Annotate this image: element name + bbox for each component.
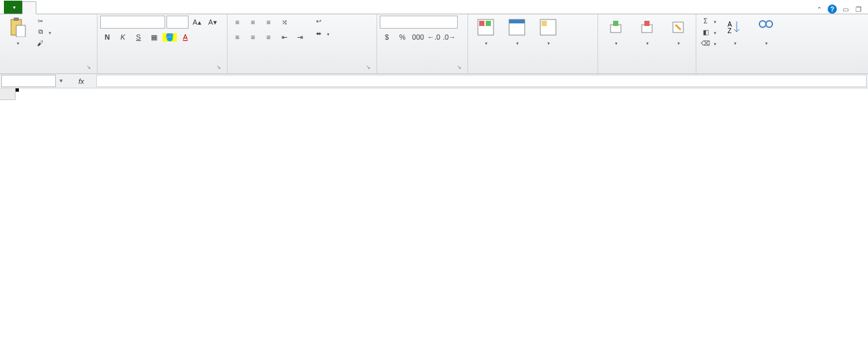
decrease-font-icon[interactable]: A▾	[205, 16, 220, 29]
indent-increase-icon[interactable]: ⇥	[293, 31, 307, 44]
paste-button[interactable]	[3, 16, 33, 47]
fill-button[interactable]: ◧	[699, 27, 718, 37]
percent-icon[interactable]: %	[395, 31, 410, 44]
font-dialog-launcher[interactable]: ↘	[217, 64, 224, 72]
conditional-format-button[interactable]	[471, 16, 501, 47]
align-dialog-launcher[interactable]: ↘	[366, 64, 374, 72]
orientation-icon[interactable]: ⤭	[277, 16, 291, 29]
svg-rect-5	[486, 21, 491, 26]
merge-icon: ⬌	[314, 29, 323, 38]
tab-home[interactable]	[22, 1, 36, 14]
tab-addins[interactable]	[114, 1, 127, 14]
clipboard-dialog-launcher[interactable]: ↘	[86, 64, 94, 72]
sort-filter-icon: AZ	[724, 17, 745, 38]
group-number: $ % 000 ←.0 .0→ ↘	[377, 14, 468, 73]
caret-up-icon[interactable]: ⌃	[815, 5, 824, 14]
thousands-icon[interactable]: 000	[411, 31, 425, 44]
conditional-format-icon	[475, 17, 496, 38]
minimize-icon[interactable]: ▭	[841, 5, 850, 14]
increase-decimal-icon[interactable]: ←.0	[427, 31, 441, 44]
underline-button[interactable]: S	[131, 31, 146, 44]
fx-button[interactable]: fx	[66, 74, 96, 88]
svg-rect-9	[542, 21, 547, 26]
active-cell-indicator	[16, 88, 18, 91]
delete-cells-button[interactable]	[632, 16, 662, 47]
group-alignment: ≡ ≡ ≡ ⤭ ≡ ≡ ≡ ⇤ ⇥ ↩ ⬌ ↘	[228, 14, 377, 73]
increase-font-icon[interactable]: A▴	[190, 16, 204, 29]
copy-label	[47, 29, 51, 36]
tab-formulas[interactable]	[62, 1, 75, 14]
bold-button[interactable]: N	[100, 31, 114, 44]
select-all-corner[interactable]	[0, 88, 16, 100]
font-name-select[interactable]	[100, 16, 165, 29]
sort-filter-button[interactable]: AZ	[720, 16, 750, 47]
font-color-button[interactable]: A	[178, 31, 192, 44]
formula-bar[interactable]	[96, 75, 867, 87]
tab-view[interactable]	[101, 1, 114, 14]
wrap-text-icon: ↩	[314, 16, 323, 25]
find-icon	[756, 17, 776, 38]
svg-rect-1	[14, 18, 19, 21]
border-button[interactable]: ▦	[147, 31, 161, 44]
alignment-label	[230, 64, 366, 72]
fill-color-button[interactable]: 🪣	[163, 31, 177, 44]
cut-button[interactable]: ✂	[34, 16, 53, 26]
svg-text:Z: Z	[728, 27, 731, 34]
number-format-select[interactable]	[380, 16, 458, 29]
format-painter-button[interactable]: 🖌	[34, 38, 53, 48]
indent-decrease-icon[interactable]: ⇤	[277, 31, 291, 44]
help-icon[interactable]: ?	[828, 5, 837, 14]
autosum-button[interactable]: Σ	[699, 16, 718, 26]
tab-data[interactable]	[75, 1, 88, 14]
insert-cells-icon	[605, 17, 626, 38]
name-box-dropdown[interactable]: ▼	[56, 74, 66, 88]
align-right-icon[interactable]: ≡	[261, 31, 276, 44]
cond-label	[484, 39, 488, 46]
merge-label	[326, 30, 330, 37]
format-painter-icon: 🖌	[36, 38, 45, 47]
table-label	[515, 39, 519, 46]
insert-cells-button[interactable]	[601, 16, 631, 47]
clear-label	[713, 40, 717, 47]
insert-label	[614, 39, 618, 46]
group-font: A▴ A▾ N K S ▦ 🪣 A ↘	[98, 14, 228, 73]
align-left-icon[interactable]: ≡	[230, 31, 244, 44]
align-middle-icon[interactable]: ≡	[246, 16, 260, 29]
decrease-decimal-icon[interactable]: .0→	[442, 31, 456, 44]
cell-styles-button[interactable]	[533, 16, 563, 47]
tab-insert[interactable]	[36, 1, 49, 14]
find-select-button[interactable]	[751, 16, 781, 47]
copy-button[interactable]: ⧉	[34, 27, 53, 37]
file-tab[interactable]	[4, 1, 22, 14]
tab-review[interactable]	[88, 1, 101, 14]
align-center-icon[interactable]: ≡	[246, 31, 260, 44]
delete-label	[645, 39, 649, 46]
svg-rect-7	[509, 20, 525, 23]
cut-icon: ✂	[36, 16, 45, 25]
cell-styles-icon	[538, 17, 559, 38]
group-clipboard: ✂ ⧉ 🖌 ↘	[0, 14, 98, 73]
align-bottom-icon[interactable]: ≡	[261, 16, 276, 29]
name-box[interactable]	[1, 75, 56, 87]
format-table-button[interactable]	[502, 16, 532, 47]
sort-label	[733, 39, 737, 46]
wrap-text-button[interactable]: ↩	[312, 16, 332, 26]
number-label	[380, 64, 457, 72]
clear-button[interactable]: ⌫	[699, 38, 718, 48]
ribbon: ✂ ⧉ 🖌 ↘ A▴ A▾ N K S ▦ 🪣 A ↘	[0, 14, 868, 74]
number-dialog-launcher[interactable]: ↘	[457, 64, 465, 72]
italic-button[interactable]: K	[116, 31, 130, 44]
copy-icon: ⧉	[36, 27, 45, 36]
group-editing: Σ ◧ ⌫ AZ	[696, 14, 826, 73]
format-cells-button[interactable]	[663, 16, 693, 47]
font-size-select[interactable]	[166, 16, 189, 29]
formula-bar-row: ▼ fx	[0, 74, 868, 88]
window-icon[interactable]: ❐	[854, 5, 863, 14]
align-top-icon[interactable]: ≡	[230, 16, 244, 29]
currency-icon[interactable]: $	[380, 31, 394, 44]
delete-cells-icon	[637, 17, 657, 38]
tab-layout[interactable]	[49, 1, 62, 14]
font-label	[100, 64, 217, 72]
merge-center-button[interactable]: ⬌	[312, 28, 332, 38]
fill-label	[713, 29, 717, 36]
